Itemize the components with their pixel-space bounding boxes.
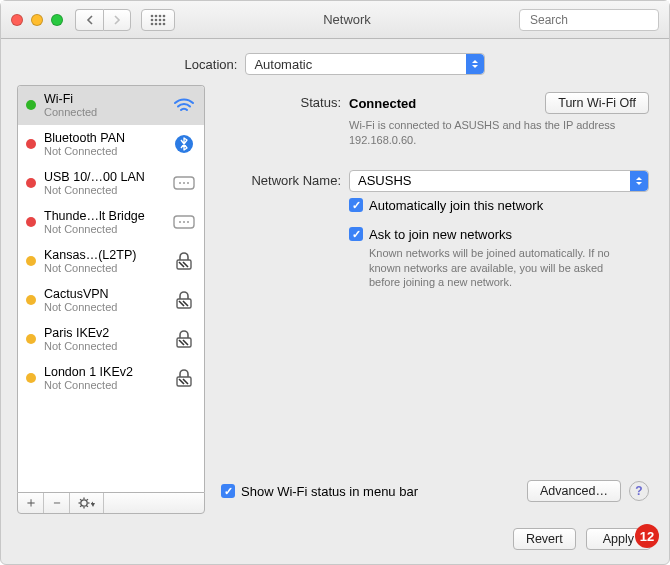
revert-button[interactable]: Revert xyxy=(513,528,576,550)
svg-point-0 xyxy=(151,14,154,17)
bluetooth-icon xyxy=(172,135,196,153)
location-row: Location: Automatic xyxy=(1,39,669,85)
svg-line-40 xyxy=(80,499,81,500)
chevron-right-icon xyxy=(113,15,121,25)
svg-point-18 xyxy=(187,182,189,184)
svg-point-35 xyxy=(80,500,86,506)
network-name-select[interactable]: ASUSHS xyxy=(349,170,649,192)
svg-point-22 xyxy=(187,221,189,223)
svg-point-17 xyxy=(183,182,185,184)
search-input[interactable] xyxy=(530,13,670,27)
service-name: Bluetooth PAN xyxy=(44,131,164,145)
svg-line-42 xyxy=(80,506,81,507)
location-select[interactable]: Automatic xyxy=(245,53,485,75)
checkmark-icon: ✓ xyxy=(349,227,363,241)
location-value: Automatic xyxy=(254,57,312,72)
window-title: Network xyxy=(175,12,519,27)
status-dot-icon xyxy=(26,139,36,149)
close-window-button[interactable] xyxy=(11,14,23,26)
status-description: Wi-Fi is connected to ASUSHS and has the… xyxy=(349,118,629,148)
turn-wifi-off-button[interactable]: Turn Wi-Fi Off xyxy=(545,92,649,114)
status-dot-icon xyxy=(26,373,36,383)
service-item-vpn-london[interactable]: London 1 IKEv2 Not Connected xyxy=(18,359,204,398)
status-dot-icon xyxy=(26,295,36,305)
zoom-window-button[interactable] xyxy=(51,14,63,26)
grid-icon xyxy=(150,14,166,26)
advanced-button[interactable]: Advanced… xyxy=(527,480,621,502)
service-name: Thunde…lt Bridge xyxy=(44,209,164,223)
service-item-vpn-cactus[interactable]: CactusVPN Not Connected xyxy=(18,281,204,320)
remove-service-button[interactable]: － xyxy=(44,493,70,513)
service-item-usb-lan[interactable]: USB 10/…00 LAN Not Connected xyxy=(18,164,204,203)
content-area: Wi-Fi Connected Bluetooth PAN Not Connec… xyxy=(1,85,669,520)
svg-point-20 xyxy=(179,221,181,223)
service-actions-menu[interactable] xyxy=(70,493,104,513)
svg-point-2 xyxy=(159,14,162,17)
svg-point-7 xyxy=(163,18,166,21)
service-status: Not Connected xyxy=(44,223,164,235)
service-status: Not Connected xyxy=(44,340,164,352)
service-list: Wi-Fi Connected Bluetooth PAN Not Connec… xyxy=(17,85,205,492)
ask-join-checkbox[interactable]: ✓ Ask to join new networks xyxy=(349,227,649,242)
svg-point-5 xyxy=(155,18,158,21)
service-status: Not Connected xyxy=(44,379,164,391)
svg-line-41 xyxy=(86,506,87,507)
status-value: Connected xyxy=(349,96,416,111)
service-item-vpn-kansas[interactable]: Kansas…(L2TP) Not Connected xyxy=(18,242,204,281)
svg-point-8 xyxy=(151,22,154,25)
chevron-left-icon xyxy=(86,15,94,25)
forward-button[interactable] xyxy=(103,9,131,31)
status-dot-icon xyxy=(26,256,36,266)
svg-point-1 xyxy=(155,14,158,17)
show-menubar-checkbox[interactable]: ✓ Show Wi-Fi status in menu bar xyxy=(221,484,418,499)
svg-point-4 xyxy=(151,18,154,21)
svg-rect-32 xyxy=(177,377,191,386)
wifi-icon xyxy=(172,96,196,114)
vpn-lock-icon xyxy=(172,252,196,270)
titlebar: Network xyxy=(1,1,669,39)
dropdown-arrows-icon xyxy=(466,54,484,74)
vpn-lock-icon xyxy=(172,369,196,387)
back-button[interactable] xyxy=(75,9,103,31)
svg-rect-26 xyxy=(177,299,191,308)
auto-join-checkbox[interactable]: ✓ Automatically join this network xyxy=(349,198,649,213)
detail-panel: Status: Connected Turn Wi-Fi Off Wi-Fi i… xyxy=(217,85,653,514)
svg-rect-23 xyxy=(177,260,191,269)
service-name: London 1 IKEv2 xyxy=(44,365,164,379)
svg-line-43 xyxy=(86,499,87,500)
ask-join-label: Ask to join new networks xyxy=(369,227,512,242)
search-field[interactable] xyxy=(519,9,659,31)
show-all-button[interactable] xyxy=(141,9,175,31)
network-prefs-window: Network Location: Automatic Wi-Fi Connec… xyxy=(0,0,670,565)
svg-marker-44 xyxy=(91,503,95,507)
location-label: Location: xyxy=(185,57,238,72)
minimize-window-button[interactable] xyxy=(31,14,43,26)
service-item-bluetooth[interactable]: Bluetooth PAN Not Connected xyxy=(18,125,204,164)
sidebar: Wi-Fi Connected Bluetooth PAN Not Connec… xyxy=(17,85,205,514)
service-name: Kansas…(L2TP) xyxy=(44,248,164,262)
service-status: Not Connected xyxy=(44,301,164,313)
add-service-button[interactable]: ＋ xyxy=(18,493,44,513)
service-item-wifi[interactable]: Wi-Fi Connected xyxy=(18,86,204,125)
window-controls xyxy=(11,14,63,26)
help-button[interactable]: ? xyxy=(629,481,649,501)
svg-point-3 xyxy=(163,14,166,17)
svg-point-10 xyxy=(159,22,162,25)
gear-icon xyxy=(78,497,96,509)
service-item-vpn-paris[interactable]: Paris IKEv2 Not Connected xyxy=(18,320,204,359)
show-menubar-label: Show Wi-Fi status in menu bar xyxy=(241,484,418,499)
svg-point-16 xyxy=(179,182,181,184)
service-item-thunderbolt[interactable]: Thunde…lt Bridge Not Connected xyxy=(18,203,204,242)
service-name: Paris IKEv2 xyxy=(44,326,164,340)
status-dot-icon xyxy=(26,217,36,227)
service-status: Not Connected xyxy=(44,184,164,196)
status-dot-icon xyxy=(26,100,36,110)
network-name-value: ASUSHS xyxy=(358,173,411,188)
nav-buttons xyxy=(75,9,131,31)
service-status: Not Connected xyxy=(44,262,164,274)
step-badge: 12 xyxy=(635,524,659,548)
svg-point-21 xyxy=(183,221,185,223)
auto-join-label: Automatically join this network xyxy=(369,198,543,213)
sidebar-footer: ＋ － xyxy=(17,492,205,514)
checkmark-icon: ✓ xyxy=(221,484,235,498)
